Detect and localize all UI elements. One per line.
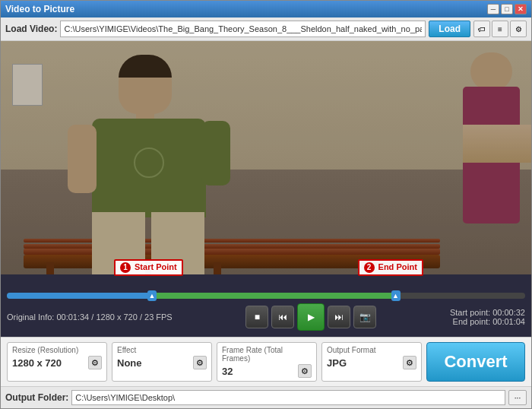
start-point-text: Start Point [135,262,177,271]
framerate-gear-button[interactable]: ⚙ [298,364,312,378]
playback-controls: ■ ⏮ ▶ ⏭ 📷 [245,303,376,331]
effect-gear-button[interactable]: ⚙ [193,356,207,369]
next-frame-button[interactable]: ⏭ [328,306,350,328]
progress-bar[interactable]: ▲ ▲ [7,293,525,299]
tag-icon-button[interactable]: 🏷 [473,21,490,37]
marker-container: 1 Start Point 2 End Point [7,277,525,293]
time-info: Start point: 00:00:32 End point: 00:01:0… [450,308,525,326]
load-button[interactable]: Load [429,21,470,37]
close-button[interactable]: ✕ [515,4,527,14]
convert-button[interactable]: Convert [426,342,525,382]
effect-label: Effect [117,346,136,354]
end-point-label: 2 End Point [358,259,423,276]
resize-label: Resize (Resolution) [12,346,78,354]
resize-value: 1280 x 720 [12,357,62,369]
output-path-input[interactable] [71,390,505,405]
maximize-button[interactable]: □ [501,4,513,14]
format-value: JPG [327,357,347,369]
end-point-time: End point: 00:01:04 [450,317,525,326]
minimize-button[interactable]: ─ [487,4,499,14]
controls-row: Original Info: 00:01:34 / 1280 x 720 / 2… [7,300,525,334]
progress-section: 1 Start Point 2 End Point ▲ ▲ Original I… [1,274,531,337]
video-overlay [1,41,531,274]
format-setting: Output Format JPG ⚙ [321,342,422,382]
load-path-input[interactable] [60,21,426,37]
video-frame [1,41,531,274]
effect-value: None [117,357,142,369]
framerate-value: 32 [222,366,233,377]
output-folder-label: Output Folder: [5,392,68,403]
settings-row: Resize (Resolution) 1280 x 720 ⚙ Effect … [1,337,531,386]
window-title: Video to Picture [5,4,487,14]
toolbar-icons: 🏷 ≡ ⚙ [473,21,527,37]
video-area [1,41,531,274]
load-bar: Load Video: Load 🏷 ≡ ⚙ [1,17,531,41]
title-bar-buttons: ─ □ ✕ [487,4,527,14]
original-info: Original Info: 00:01:34 / 1280 x 720 / 2… [7,312,173,322]
resize-value-row: 1280 x 720 ⚙ [12,356,102,369]
prev-frame-button[interactable]: ⏮ [271,306,294,328]
format-gear-button[interactable]: ⚙ [403,356,416,369]
end-marker-num: 2 [364,262,375,273]
effect-setting: Effect None ⚙ [112,342,212,382]
end-point-text: End Point [378,262,417,271]
output-folder-bar: Output Folder: ··· [1,386,531,408]
framerate-setting: Frame Rate (Total Frames) 32 ⚙ [217,342,317,382]
title-bar: Video to Picture ─ □ ✕ [1,1,531,17]
start-point-time: Start point: 00:00:32 [450,308,525,317]
end-thumb[interactable]: ▲ [391,290,401,301]
start-thumb[interactable]: ▲ [147,290,157,301]
app-window: Video to Picture ─ □ ✕ Load Video: Load … [0,0,532,409]
format-value-row: JPG ⚙ [327,356,416,369]
settings-icon-button[interactable]: ⚙ [510,21,527,37]
resize-setting: Resize (Resolution) 1280 x 720 ⚙ [7,342,107,382]
start-point-label: 1 Start Point [114,259,183,276]
progress-remaining [152,293,396,299]
resize-gear-button[interactable]: ⚙ [88,356,102,369]
load-label: Load Video: [5,24,57,34]
progress-played [7,293,152,299]
stop-button[interactable]: ■ [245,306,268,328]
framerate-value-row: 32 ⚙ [222,364,312,378]
effect-value-row: None ⚙ [117,356,207,369]
format-label: Output Format [327,346,375,354]
play-button[interactable]: ▶ [297,303,325,331]
snapshot-button[interactable]: 📷 [353,306,376,328]
framerate-label: Frame Rate (Total Frames) [222,346,312,363]
start-marker-num: 1 [120,262,131,273]
menu-icon-button[interactable]: ≡ [492,21,508,37]
browse-button[interactable]: ··· [508,390,527,405]
